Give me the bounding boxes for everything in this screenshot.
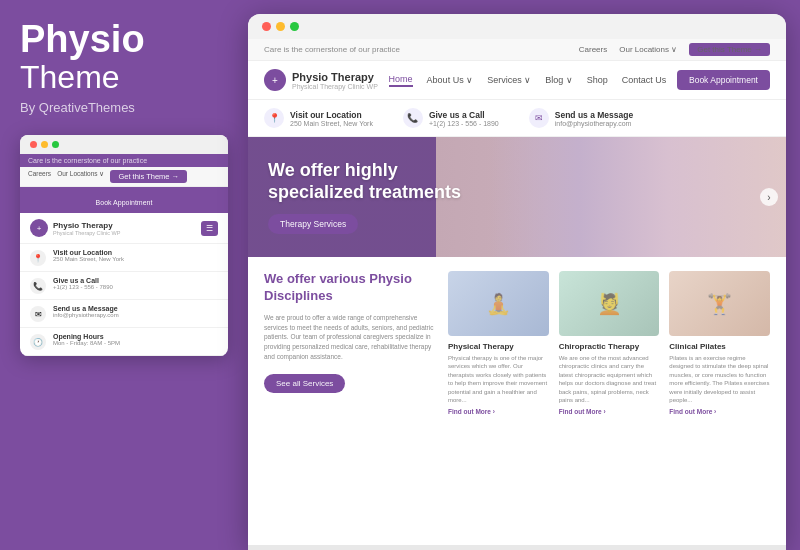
mini-top-bar: Care is the cornerstone of our practice bbox=[20, 154, 228, 167]
mini-menu-icon[interactable]: ☰ bbox=[201, 221, 218, 236]
site-top-bar-right: Careers Our Locations ∨ Get this Theme → bbox=[579, 43, 770, 56]
mini-pt-row: + Physio Therapy Physical Therapy Clinic… bbox=[20, 213, 228, 244]
nav-blog[interactable]: Blog ∨ bbox=[545, 75, 573, 85]
info-phone-label: Give us a Call bbox=[429, 110, 499, 120]
site-nav-links: Home About Us ∨ Services ∨ Blog ∨ Shop C… bbox=[389, 74, 667, 87]
info-location-label: Visit our Location bbox=[290, 110, 373, 120]
card-ct-img-icon: 💆 bbox=[559, 271, 660, 336]
site-top-bar-text: Care is the cornerstone of our practice bbox=[264, 45, 400, 54]
card-cp-desc: Pilates is an exercise regime designed t… bbox=[669, 354, 770, 404]
mini-hours-val: Mon - Friday: 8AM - 5PM bbox=[53, 340, 120, 346]
info-location-icon: 📍 bbox=[264, 108, 284, 128]
info-email-icon: ✉ bbox=[529, 108, 549, 128]
mini-browser: Care is the cornerstone of our practice … bbox=[20, 135, 228, 356]
card-physical-therapy: 🧘 Physical Therapy Physical therapy is o… bbox=[448, 271, 549, 415]
mini-info-location: 📍 Visit our Location 250 Main Street, Ne… bbox=[20, 244, 228, 272]
cards-area: 🧘 Physical Therapy Physical therapy is o… bbox=[448, 271, 770, 415]
mini-phone-val: +1(2) 123 - 556 - 7890 bbox=[53, 284, 113, 290]
mini-nav-bar: Careers Our Locations ∨ Get this Theme → bbox=[20, 167, 228, 187]
lower-left: We offer various Physio Disciplines We a… bbox=[264, 271, 434, 415]
hero-content: We offer highly specialized treatments T… bbox=[248, 160, 481, 233]
mini-location-val: 250 Main Street, New York bbox=[53, 256, 124, 262]
mini-hours-label: Opening Hours bbox=[53, 333, 120, 340]
mini-pt-logo-icon: + bbox=[30, 219, 48, 237]
mini-appt-btn[interactable]: Book Appointment bbox=[96, 199, 153, 206]
card-pilates: 🏋 Clinical Pilates Pilates is an exercis… bbox=[669, 271, 770, 415]
clock-icon: 🕐 bbox=[30, 334, 46, 350]
info-strip: 📍 Visit our Location 250 Main Street, Ne… bbox=[248, 100, 786, 137]
lower-section: We offer various Physio Disciplines We a… bbox=[248, 257, 786, 429]
info-phone-icon: 📞 bbox=[403, 108, 423, 128]
mini-location-label: Visit our Location bbox=[53, 249, 124, 256]
mini-nav-locations[interactable]: Our Locations ∨ bbox=[57, 170, 104, 183]
browser-dot-yellow bbox=[276, 22, 285, 31]
brand-name-bold: Physio Theme bbox=[20, 20, 228, 94]
nav-appt-btn[interactable]: Book Appointment bbox=[677, 70, 770, 90]
card-pt-title: Physical Therapy bbox=[448, 342, 549, 351]
left-panel: Physio Theme By QreativeThemes Care is t… bbox=[0, 0, 248, 550]
card-pt-image: 🧘 bbox=[448, 271, 549, 336]
browser-dot-green bbox=[290, 22, 299, 31]
info-email: ✉ Send us a Message info@physiotherapy.c… bbox=[529, 108, 633, 128]
mini-nav-links: Careers Our Locations ∨ Get this Theme → bbox=[28, 170, 187, 183]
email-icon: ✉ bbox=[30, 306, 46, 322]
info-location-val: 250 Main Street, New York bbox=[290, 120, 373, 127]
nav-logo-text: Physio Therapy bbox=[292, 71, 378, 83]
card-pt-desc: Physical therapy is one of the major ser… bbox=[448, 354, 549, 404]
site-top-bar: Care is the cornerstone of our practice … bbox=[248, 39, 786, 61]
dot-yellow bbox=[41, 141, 48, 148]
card-cp-title: Clinical Pilates bbox=[669, 342, 770, 351]
card-ct-image: 💆 bbox=[559, 271, 660, 336]
main-browser: Care is the cornerstone of our practice … bbox=[248, 14, 786, 550]
mini-pt-name: Physio Therapy bbox=[53, 221, 120, 230]
mini-nav-careers[interactable]: Careers bbox=[28, 170, 51, 183]
hero-therapy-btn[interactable]: Therapy Services bbox=[268, 214, 358, 234]
mini-email-label: Send us a Message bbox=[53, 305, 119, 312]
card-pt-link[interactable]: Find out More › bbox=[448, 408, 549, 415]
site-careers-link[interactable]: Careers bbox=[579, 45, 607, 54]
dot-green bbox=[52, 141, 59, 148]
card-ct-link[interactable]: Find out More › bbox=[559, 408, 660, 415]
mini-phone-label: Give us a Call bbox=[53, 277, 113, 284]
browser-dot-red bbox=[262, 22, 271, 31]
nav-shop[interactable]: Shop bbox=[587, 75, 608, 85]
info-email-label: Send us a Message bbox=[555, 110, 633, 120]
lower-body-text: We are proud to offer a wide range of co… bbox=[264, 313, 434, 362]
nav-services[interactable]: Services ∨ bbox=[487, 75, 531, 85]
nav-home[interactable]: Home bbox=[389, 74, 413, 87]
hero-section: We offer highly specialized treatments T… bbox=[248, 137, 786, 257]
nav-about[interactable]: About Us ∨ bbox=[427, 75, 474, 85]
mini-get-theme-btn[interactable]: Get this Theme → bbox=[110, 170, 187, 183]
mini-info-hours: 🕐 Opening Hours Mon - Friday: 8AM - 5PM bbox=[20, 328, 228, 356]
site-nav: + Physio Therapy Physical Therapy Clinic… bbox=[248, 61, 786, 100]
phone-icon: 📞 bbox=[30, 278, 46, 294]
site-nav-logo: + Physio Therapy Physical Therapy Clinic… bbox=[264, 69, 378, 91]
browser-chrome bbox=[248, 14, 786, 39]
card-cp-link[interactable]: Find out More › bbox=[669, 408, 770, 415]
nav-logo-icon: + bbox=[264, 69, 286, 91]
nav-contact[interactable]: Contact Us bbox=[622, 75, 667, 85]
site-content: Care is the cornerstone of our practice … bbox=[248, 39, 786, 545]
mini-pt-left: + Physio Therapy Physical Therapy Clinic… bbox=[30, 219, 120, 237]
info-location: 📍 Visit our Location 250 Main Street, Ne… bbox=[264, 108, 373, 128]
card-ct-title: Chiropractic Therapy bbox=[559, 342, 660, 351]
see-services-btn[interactable]: See all Services bbox=[264, 374, 345, 393]
card-cp-image: 🏋 bbox=[669, 271, 770, 336]
mini-info-email: ✉ Send us a Message info@physiotherapy.c… bbox=[20, 300, 228, 328]
card-pt-img-icon: 🧘 bbox=[448, 271, 549, 336]
mini-pt-text: Physio Therapy Physical Therapy Clinic W… bbox=[53, 221, 120, 236]
hero-next-arrow[interactable]: › bbox=[760, 188, 778, 206]
by-line: By QreativeThemes bbox=[20, 100, 228, 115]
info-phone: 📞 Give us a Call +1(2) 123 - 556 - 1890 bbox=[403, 108, 499, 128]
card-ct-desc: We are one of the most advanced chiropra… bbox=[559, 354, 660, 404]
hero-title: We offer highly specialized treatments bbox=[268, 160, 461, 203]
site-get-theme-btn[interactable]: Get this Theme → bbox=[689, 43, 770, 56]
mini-info-phone: 📞 Give us a Call +1(2) 123 - 556 - 7890 bbox=[20, 272, 228, 300]
card-chiropractic: 💆 Chiropractic Therapy We are one of the… bbox=[559, 271, 660, 415]
mini-browser-chrome bbox=[20, 135, 228, 154]
info-email-val: info@physiotherapy.com bbox=[555, 120, 633, 127]
location-icon: 📍 bbox=[30, 250, 46, 266]
info-phone-val: +1(2) 123 - 556 - 1890 bbox=[429, 120, 499, 127]
lower-heading: We offer various Physio Disciplines bbox=[264, 271, 434, 305]
site-locations-link[interactable]: Our Locations ∨ bbox=[619, 45, 677, 54]
